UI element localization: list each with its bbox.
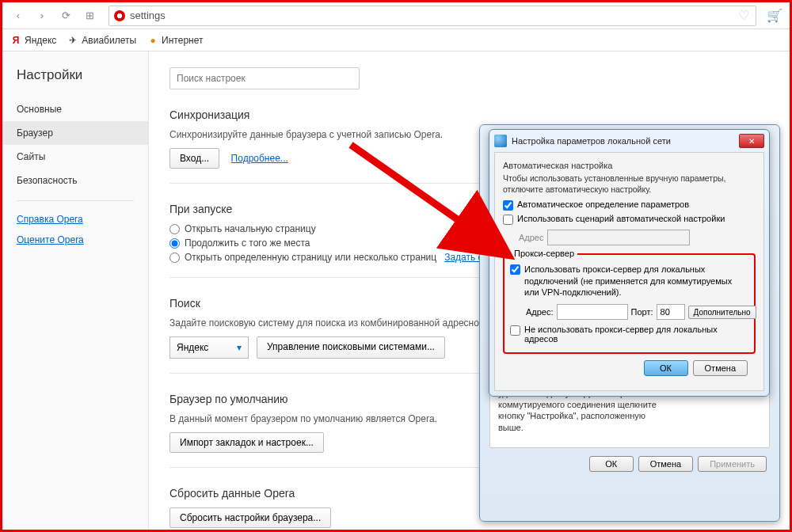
bookmark-tickets[interactable]: ✈ Авиабилеты: [67, 35, 136, 46]
url-input[interactable]: [130, 10, 751, 21]
dialog-body: Автоматическая настройка Чтобы использов…: [494, 152, 764, 391]
forward-button[interactable]: ›: [32, 6, 51, 25]
proxy-advanced-button[interactable]: Дополнительно: [688, 306, 756, 319]
bookmark-yandex[interactable]: Я Яндекс: [10, 35, 56, 46]
script-address-input: [547, 230, 690, 245]
proxy-legend: Прокси-сервер: [511, 249, 577, 258]
radio-label: Открыть определенную страницу или нескол…: [185, 252, 436, 263]
manage-search-engines-button[interactable]: Управление поисковыми системами...: [257, 336, 445, 359]
proxy-address-label: Адрес:: [526, 307, 554, 317]
bookmarks-bar: Я Яндекс ✈ Авиабилеты ● Интернет: [2, 29, 790, 51]
opera-icon: [114, 10, 125, 21]
sidebar-item-basic[interactable]: Основные: [2, 97, 148, 121]
bookmark-internet[interactable]: ● Интернет: [147, 35, 203, 46]
search-engine-select[interactable]: Яндекс▾: [169, 336, 249, 359]
sidebar-divider: [17, 200, 134, 201]
sidebar-link-help[interactable]: Справка Opera: [2, 209, 148, 230]
proxy-server-group: Прокси-сервер Использовать прокси-сервер…: [503, 253, 756, 354]
bookmark-label: Яндекс: [25, 35, 56, 46]
favorite-icon[interactable]: ♡: [738, 8, 749, 23]
bookmark-label: Интернет: [162, 35, 203, 46]
back-button[interactable]: ‹: [9, 6, 28, 25]
ok-button[interactable]: ОК: [589, 456, 634, 472]
sync-more-link[interactable]: Подробнее...: [231, 153, 288, 164]
radio-label: Продолжить с того же места: [185, 238, 310, 249]
settings-search-input[interactable]: [169, 67, 360, 89]
ok-button[interactable]: ОК: [644, 360, 688, 376]
use-proxy-checkbox[interactable]: Использовать прокси-сервер для локальных…: [510, 264, 748, 298]
proxy-address-input[interactable]: [557, 304, 628, 320]
bypass-local-checkbox[interactable]: Не использовать прокси-сервер для локаль…: [510, 325, 748, 344]
dialog-titlebar[interactable]: Настройка параметров локальной сети ✕: [489, 130, 769, 152]
speed-dial-button[interactable]: ⊞: [80, 6, 99, 25]
import-bookmarks-button[interactable]: Импорт закладок и настроек...: [169, 432, 324, 453]
auto-detect-checkbox[interactable]: Автоматическое определение параметров: [503, 200, 756, 211]
settings-sidebar: Настройки Основные Браузер Сайты Безопас…: [2, 51, 149, 530]
yandex-icon: Я: [10, 35, 21, 46]
cart-icon[interactable]: 🛒: [766, 7, 783, 25]
sidebar-link-rate[interactable]: Оцените Opera: [2, 230, 148, 250]
checkbox-label: Не использовать прокси-сервер для локаль…: [524, 325, 748, 344]
auto-config-desc: Чтобы использовать установленные вручную…: [503, 173, 756, 195]
proxy-port-input[interactable]: [657, 304, 685, 320]
checkbox-label: Использовать прокси-сервер для локальных…: [524, 264, 748, 298]
bookmark-label: Авиабилеты: [82, 35, 136, 46]
reset-browser-button[interactable]: Сбросить настройки браузера...: [169, 507, 331, 528]
close-button[interactable]: ✕: [739, 134, 764, 148]
lan-settings-dialog: Настройка параметров локальной сети ✕ Ав…: [489, 129, 770, 397]
checkbox-label: Использовать сценарий автоматической нас…: [517, 214, 725, 223]
sidebar-item-sites[interactable]: Сайты: [2, 145, 148, 169]
script-address-label: Адрес: [519, 233, 544, 242]
proxy-port-label: Порт:: [631, 307, 653, 317]
plane-icon: ✈: [67, 35, 78, 46]
sidebar-item-browser[interactable]: Браузер: [2, 121, 148, 145]
globe-icon: ●: [147, 35, 158, 46]
select-value: Яндекс: [177, 342, 208, 353]
use-script-checkbox[interactable]: Использовать сценарий автоматической нас…: [503, 214, 756, 225]
browser-toolbar: ‹ › ⟳ ⊞ ♡ 🛒: [2, 2, 790, 29]
page-title: Настройки: [2, 67, 148, 97]
section-title: Синхронизация: [169, 108, 769, 121]
chevron-down-icon: ▾: [237, 342, 242, 353]
dialog-title: Настройка параметров локальной сети: [512, 136, 734, 146]
cancel-button[interactable]: Отмена: [693, 360, 748, 376]
cancel-button[interactable]: Отмена: [638, 456, 693, 472]
checkbox-label: Автоматическое определение параметров: [517, 200, 689, 209]
sidebar-item-security[interactable]: Безопасность: [2, 169, 148, 192]
globe-icon: [494, 135, 507, 147]
apply-button[interactable]: Применить: [698, 456, 767, 472]
sync-login-button[interactable]: Вход...: [169, 148, 219, 169]
reload-button[interactable]: ⟳: [56, 6, 75, 25]
radio-label: Открыть начальную страницу: [185, 223, 316, 234]
address-bar[interactable]: ♡: [109, 6, 756, 26]
auto-config-title: Автоматическая настройка: [503, 161, 756, 170]
